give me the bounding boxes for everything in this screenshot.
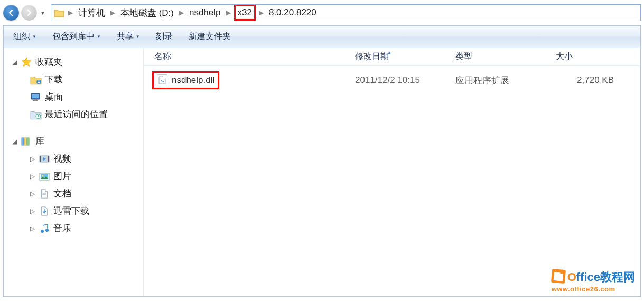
favorites-group[interactable]: ◢ 收藏夹 — [6, 53, 141, 71]
chevron-right-icon[interactable]: ▶ — [66, 9, 75, 16]
new-folder-button[interactable]: 新建文件夹 — [185, 29, 234, 44]
crumb-drive-d[interactable]: 本地磁盘 (D:) — [117, 5, 177, 21]
folder-icon — [53, 7, 65, 18]
recent-label: 最近访问的位置 — [45, 108, 108, 120]
watermark-logo-icon — [551, 269, 566, 284]
crumb-x32[interactable]: x32 — [234, 5, 256, 21]
column-size[interactable]: 大小 — [556, 51, 630, 62]
explorer-body: ◢ 收藏夹 下载 桌面 最近访问的位置 ◢ 库 — [4, 48, 640, 296]
back-button[interactable] — [3, 5, 19, 21]
libraries-label: 库 — [35, 135, 44, 147]
xunlei-label: 迅雷下载 — [53, 205, 89, 217]
collapse-icon[interactable]: ◢ — [12, 59, 17, 66]
file-size-cell: 2,720 KB — [556, 75, 630, 86]
dropdown-icon: ▼ — [97, 34, 101, 39]
expand-icon[interactable]: ▷ — [30, 208, 35, 215]
chevron-right-icon[interactable]: ▶ — [108, 9, 117, 16]
expand-icon[interactable]: ▷ — [30, 190, 35, 197]
file-date-cell: 2011/12/2 10:15 — [355, 75, 455, 86]
sidebar-item-xunlei[interactable]: ▷ 迅雷下载 — [6, 202, 141, 220]
sidebar-item-recent[interactable]: 最近访问的位置 — [6, 106, 141, 123]
documents-label: 文档 — [53, 187, 71, 200]
chevron-right-icon[interactable]: ▶ — [257, 9, 266, 16]
file-name-cell: nsdhelp.dll — [144, 71, 355, 89]
sidebar-item-downloads[interactable]: 下载 — [6, 71, 141, 88]
navigation-pane: ◢ 收藏夹 下载 桌面 最近访问的位置 ◢ 库 — [4, 48, 144, 296]
include-label: 包含到库中 — [52, 31, 95, 42]
crumb-computer[interactable]: 计算机 — [75, 5, 108, 21]
share-menu[interactable]: 共享▼ — [114, 29, 143, 44]
dll-file-icon — [157, 74, 167, 86]
burn-button[interactable]: 刻录 — [153, 29, 176, 44]
svg-point-14 — [42, 175, 44, 176]
watermark-url: www.office26.com — [552, 285, 635, 293]
watermark-o: O — [567, 270, 576, 284]
svg-point-15 — [41, 230, 44, 233]
xunlei-icon — [39, 206, 50, 217]
chevron-right-icon[interactable]: ▶ — [177, 9, 186, 16]
downloads-label: 下载 — [45, 73, 63, 86]
watermark-text: ffice教程网 — [576, 270, 635, 284]
organize-label: 组织 — [13, 31, 30, 42]
burn-label: 刻录 — [156, 31, 173, 42]
watermark-title: Office教程网 — [552, 267, 635, 285]
column-date[interactable]: 修改日期 — [355, 51, 455, 62]
pictures-icon — [39, 171, 50, 182]
svg-rect-11 — [48, 156, 49, 162]
dropdown-icon: ▼ — [136, 34, 140, 39]
expand-icon[interactable]: ▷ — [30, 155, 35, 163]
address-bar[interactable]: ▶ 计算机 ▶ 本地磁盘 (D:) ▶ nsdhelp ▶ x32 ▶ 8.0.… — [51, 4, 641, 21]
crumb-nsdhelp[interactable]: nsdhelp — [186, 5, 224, 21]
toolbar: 组织▼ 包含到库中▼ 共享▼ 刻录 新建文件夹 — [4, 26, 640, 48]
desktop-icon — [30, 92, 42, 102]
column-type[interactable]: 类型 — [455, 51, 556, 62]
watermark: Office教程网 www.office26.com — [552, 267, 635, 293]
music-icon — [39, 223, 50, 234]
sidebar-item-desktop[interactable]: 桌面 — [6, 88, 141, 106]
svg-rect-6 — [22, 138, 24, 145]
recent-places-icon — [30, 109, 42, 120]
sidebar-item-music[interactable]: ▷ 音乐 — [6, 220, 141, 237]
navigation-bar: ▼ ▶ 计算机 ▶ 本地磁盘 (D:) ▶ nsdhelp ▶ x32 ▶ 8.… — [0, 0, 644, 25]
svg-point-16 — [45, 229, 49, 232]
svg-rect-8 — [27, 138, 29, 145]
svg-rect-3 — [34, 99, 37, 100]
favorites-star-icon — [21, 57, 32, 68]
include-in-library-menu[interactable]: 包含到库中▼ — [49, 29, 104, 44]
file-name-label: nsdhelp.dll — [172, 75, 214, 86]
sort-indicator-icon: ▲ — [387, 50, 392, 55]
pictures-label: 图片 — [53, 170, 71, 182]
new-folder-label: 新建文件夹 — [189, 31, 231, 42]
organize-menu[interactable]: 组织▼ — [10, 29, 40, 44]
videos-label: 视频 — [53, 153, 71, 165]
file-row[interactable]: nsdhelp.dll 2011/12/2 10:15 应用程序扩展 2,720… — [144, 66, 640, 95]
sidebar-item-pictures[interactable]: ▷ 图片 — [6, 167, 141, 185]
file-list-pane: ▲ 名称 修改日期 类型 大小 nsdhelp.dll 2011/12/2 10… — [144, 48, 640, 296]
expand-icon[interactable]: ▷ — [30, 173, 35, 180]
share-label: 共享 — [117, 31, 134, 42]
highlight-box: nsdhelp.dll — [152, 71, 219, 89]
videos-icon — [39, 154, 50, 164]
desktop-label: 桌面 — [45, 91, 63, 103]
history-dropdown-icon[interactable]: ▼ — [40, 10, 45, 16]
crumb-version[interactable]: 8.0.20.8220 — [266, 5, 320, 21]
chevron-right-icon[interactable]: ▶ — [224, 9, 233, 16]
svg-rect-2 — [32, 94, 39, 98]
libraries-icon — [21, 136, 32, 147]
documents-icon — [39, 189, 50, 199]
libraries-group[interactable]: ◢ 库 — [6, 133, 141, 150]
expand-icon[interactable]: ▷ — [30, 225, 35, 232]
svg-rect-10 — [40, 156, 41, 162]
file-type-cell: 应用程序扩展 — [455, 74, 556, 87]
favorites-label: 收藏夹 — [35, 56, 62, 68]
explorer-window: 组织▼ 包含到库中▼ 共享▼ 刻录 新建文件夹 ◢ 收藏夹 下载 桌面 最近访问… — [3, 25, 641, 297]
downloads-icon — [30, 74, 42, 85]
column-headers: 名称 修改日期 类型 大小 — [144, 48, 640, 66]
sidebar-item-documents[interactable]: ▷ 文档 — [6, 185, 141, 202]
forward-button[interactable] — [21, 5, 37, 21]
svg-rect-7 — [24, 138, 26, 145]
dropdown-icon: ▼ — [32, 34, 36, 39]
column-name[interactable]: 名称 — [144, 51, 355, 62]
sidebar-item-videos[interactable]: ▷ 视频 — [6, 150, 141, 167]
collapse-icon[interactable]: ◢ — [12, 138, 17, 145]
